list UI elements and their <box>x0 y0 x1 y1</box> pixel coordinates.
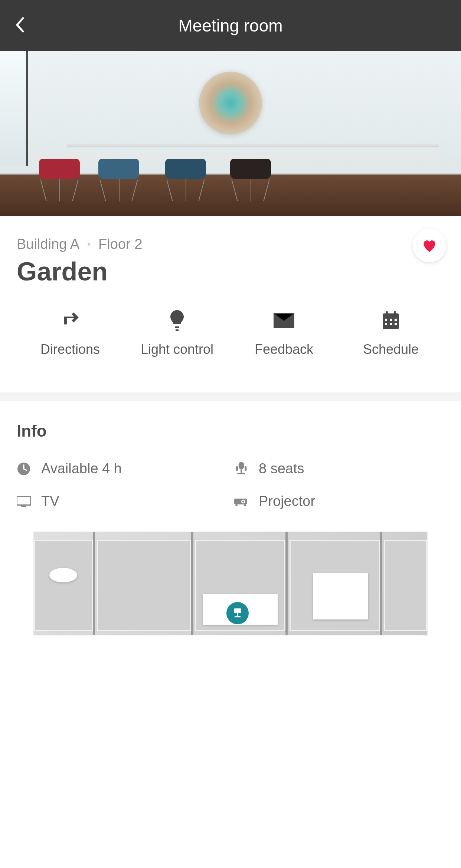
action-label: Directions <box>40 342 100 357</box>
heart-icon <box>422 239 437 253</box>
floorplan-pin[interactable] <box>226 602 249 624</box>
svg-rect-10 <box>395 323 397 325</box>
floorplan[interactable] <box>33 532 428 635</box>
action-label: Feedback <box>255 342 313 357</box>
header-bar: Meeting room <box>0 0 461 51</box>
svg-rect-16 <box>245 466 246 471</box>
info-seats: 8 seats <box>234 461 444 477</box>
directions-icon <box>61 310 79 331</box>
action-label: Schedule <box>363 342 419 357</box>
room-name: Garden <box>17 257 444 286</box>
info-text: 8 seats <box>259 461 304 477</box>
chevron-left-icon <box>15 17 25 33</box>
breadcrumb: Building A Floor 2 <box>17 236 444 252</box>
svg-rect-3 <box>386 311 388 316</box>
svg-rect-13 <box>241 469 242 473</box>
info-availability: Available 4 h <box>17 461 227 477</box>
svg-rect-4 <box>394 311 396 316</box>
page-title: Meeting room <box>0 16 461 36</box>
lightbulb-icon <box>170 310 184 331</box>
svg-rect-12 <box>239 462 244 469</box>
schedule-button[interactable]: Schedule <box>337 310 444 357</box>
section-divider <box>0 392 461 401</box>
info-grid: Available 4 h 8 seats TV Projector <box>17 461 444 509</box>
tv-icon <box>17 496 31 507</box>
breadcrumb-building: Building A <box>17 236 79 252</box>
info-text: Available 4 h <box>41 461 122 477</box>
svg-rect-25 <box>237 613 238 616</box>
clock-icon <box>17 463 31 475</box>
seat-icon <box>234 462 248 476</box>
action-label: Light control <box>141 342 213 357</box>
breadcrumb-floor: Floor 2 <box>98 236 142 252</box>
svg-rect-22 <box>235 504 237 506</box>
svg-rect-19 <box>234 499 247 504</box>
favorite-button[interactable] <box>413 229 446 262</box>
svg-rect-24 <box>234 608 241 613</box>
svg-rect-14 <box>237 473 245 474</box>
envelope-icon <box>274 310 294 331</box>
svg-rect-17 <box>17 496 31 505</box>
info-text: TV <box>41 493 59 509</box>
light-control-button[interactable]: Light control <box>124 310 230 357</box>
projector-icon <box>234 497 248 506</box>
svg-rect-5 <box>385 319 387 321</box>
breadcrumb-separator <box>88 243 90 246</box>
room-photo <box>0 51 461 216</box>
info-title: Info <box>17 422 444 440</box>
feedback-button[interactable]: Feedback <box>230 310 337 357</box>
action-bar: Directions Light control Feedback Schedu… <box>17 292 444 378</box>
info-tv: TV <box>17 493 227 509</box>
svg-rect-18 <box>21 506 26 507</box>
directions-button[interactable]: Directions <box>17 310 124 357</box>
svg-rect-2 <box>383 313 399 329</box>
info-section: Info Available 4 h 8 seats TV Projector <box>0 401 461 650</box>
calendar-icon <box>382 310 400 331</box>
svg-rect-8 <box>385 323 387 325</box>
info-projector: Projector <box>234 493 444 509</box>
info-text: Projector <box>259 493 315 509</box>
svg-rect-15 <box>236 466 238 471</box>
svg-rect-6 <box>390 319 392 321</box>
room-info-header: Building A Floor 2 Garden Directions Lig… <box>0 216 461 392</box>
svg-rect-23 <box>244 504 246 506</box>
svg-rect-9 <box>390 323 392 325</box>
svg-point-21 <box>242 500 244 502</box>
svg-rect-26 <box>235 616 241 617</box>
back-button[interactable] <box>15 17 25 34</box>
svg-rect-7 <box>395 319 397 321</box>
